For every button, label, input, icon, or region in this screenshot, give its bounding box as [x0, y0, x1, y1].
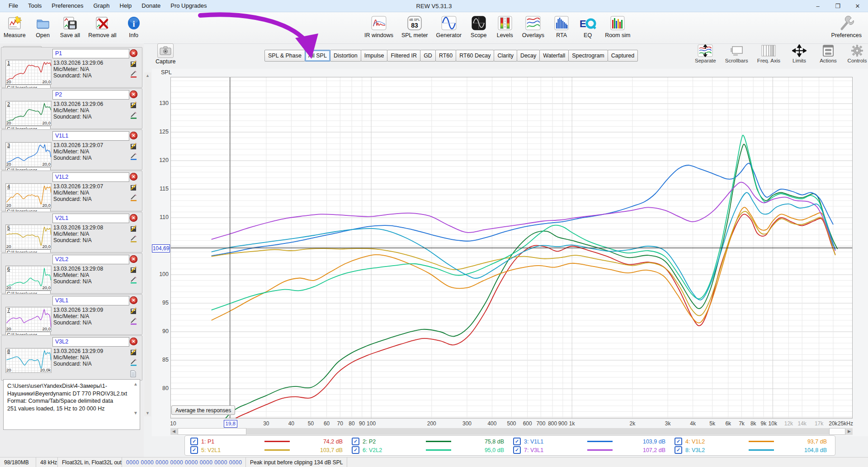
sidebar-scrollbar[interactable]: ▲ ▼ [144, 72, 151, 416]
scroll-down-icon[interactable]: ▼ [144, 411, 151, 415]
ir-windows-button[interactable]: IR windows [364, 14, 393, 38]
trace-color-pencil-icon[interactable] [130, 194, 137, 201]
save-measurement-icon[interactable] [130, 183, 137, 191]
scope-button[interactable]: Scope [470, 14, 488, 38]
measurement-name-input[interactable] [52, 214, 129, 223]
rta-button[interactable]: RTA [552, 14, 571, 38]
measurement-card-p2[interactable]: ✕13.03.2026 13:29:06Mic/Meter: N/ASoundc… [1, 88, 142, 129]
measurement-thumbnail[interactable]: 62020,0 [5, 266, 52, 291]
delete-measurement-icon[interactable]: ✕ [130, 214, 137, 222]
levels-button[interactable]: 0369Levels [496, 14, 514, 38]
separate-button[interactable]: Separate [695, 44, 716, 63]
delete-measurement-icon[interactable]: ✕ [130, 338, 137, 345]
trace-color-pencil-icon[interactable] [130, 358, 137, 366]
menu-file[interactable]: File [4, 0, 23, 12]
scroll-up-icon[interactable]: ▲ [144, 73, 151, 78]
legend-checkbox[interactable]: ✓ [190, 438, 198, 445]
tab-filtered-ir[interactable]: Filtered IR [387, 50, 420, 62]
measurement-card-v2l1[interactable]: ✕13.03.2026 13:29:08Mic/Meter: N/ASoundc… [1, 212, 142, 253]
measurement-thumbnail[interactable]: 32020,0 [5, 142, 52, 167]
delete-measurement-icon[interactable]: ✕ [130, 132, 137, 139]
scrollbar-thumb[interactable] [178, 428, 246, 435]
measurement-name-input[interactable] [52, 255, 129, 264]
save-measurement-icon[interactable] [130, 101, 137, 109]
info-button[interactable]: iInfo [125, 14, 143, 38]
spl-chart[interactable] [170, 77, 853, 419]
close-button[interactable]: ✕ [854, 3, 862, 10]
tab-rt60[interactable]: RT60 [435, 50, 456, 62]
tab-rt60-decay[interactable]: RT60 Decay [456, 50, 494, 62]
menu-donate[interactable]: Donate [137, 0, 165, 12]
legend-checkbox[interactable]: ✓ [675, 446, 682, 454]
measurement-thumbnail[interactable]: 22020,0 [5, 101, 52, 126]
menu-help[interactable]: Help [115, 0, 137, 12]
chart-horizontal-scrollbar[interactable]: ◀ ▶ [170, 428, 853, 435]
controls-button[interactable]: Controls [847, 44, 867, 63]
delete-measurement-icon[interactable]: ✕ [130, 296, 137, 304]
average-responses-button[interactable]: Average the responses [171, 405, 235, 415]
legend-checkbox[interactable]: ✓ [352, 438, 359, 445]
delete-measurement-icon[interactable]: ✕ [130, 255, 137, 263]
trace-color-pencil-icon[interactable] [130, 70, 137, 78]
eq-button[interactable]: EEQ [579, 14, 597, 38]
measurement-thumbnail[interactable]: 12020,0 [5, 60, 52, 85]
save-measurement-icon[interactable] [130, 142, 137, 150]
tab-gd[interactable]: GD [420, 50, 436, 62]
tab-spectrogram[interactable]: Spectrogram [568, 50, 608, 62]
legend-checkbox[interactable]: ✓ [352, 446, 359, 454]
measurement-card-v2l2[interactable]: ✕13.03.2026 13:29:08Mic/Meter: N/ASoundc… [1, 253, 142, 294]
save-measurement-icon[interactable] [130, 348, 137, 356]
trace-color-pencil-icon[interactable] [130, 317, 137, 325]
trace-color-pencil-icon[interactable] [130, 152, 137, 160]
measurement-card-v3l1[interactable]: ✕13.03.2026 13:29:09Mic/Meter: N/ASoundc… [1, 294, 142, 335]
room-sim-button[interactable]: Room sim [605, 14, 630, 38]
menu-tools[interactable]: Tools [23, 0, 47, 12]
scroll-up-icon[interactable]: ▲ [133, 381, 138, 386]
scroll-right-icon[interactable]: ▶ [846, 428, 853, 435]
scrollbar-thumb[interactable] [829, 428, 845, 435]
tab-captured[interactable]: Captured [608, 50, 638, 62]
measurement-card-v1l1[interactable]: ✕13.03.2026 13:29:07Mic/Meter: N/ASoundc… [1, 129, 142, 170]
capture-button[interactable]: Capture [156, 43, 175, 65]
remove-all-button[interactable]: Remove all [88, 14, 117, 38]
freq-axis-button[interactable]: Freq. Axis [757, 44, 780, 63]
delete-measurement-icon[interactable]: ✕ [130, 91, 137, 98]
save-measurement-icon[interactable] [130, 224, 137, 232]
measurement-thumbnail[interactable]: 72020,0 [5, 307, 52, 332]
scroll-left-icon[interactable]: ◀ [170, 428, 177, 435]
measurement-card-p1[interactable]: ✕13.03.2026 13:29:06Mic/Meter: N/ASoundc… [1, 47, 142, 88]
delete-measurement-icon[interactable]: ✕ [130, 49, 137, 57]
open-button[interactable]: Open [34, 14, 52, 38]
menu-preferences[interactable]: Preferences [47, 0, 88, 12]
preferences-button[interactable]: Preferences [831, 14, 862, 38]
delete-measurement-icon[interactable]: ✕ [130, 173, 137, 181]
save-measurement-icon[interactable] [130, 307, 137, 315]
measurement-name-input[interactable] [52, 49, 129, 58]
scrollbars-button[interactable]: Scrollbars [725, 44, 748, 63]
save-measurement-icon[interactable] [130, 60, 137, 67]
scroll-down-icon[interactable]: ▼ [133, 410, 138, 415]
actions-button[interactable]: Actions [818, 44, 838, 63]
trace-color-pencil-icon[interactable] [130, 276, 137, 284]
measurement-card-v1l2[interactable]: ✕13.03.2026 13:29:07Mic/Meter: N/ASoundc… [1, 171, 142, 211]
legend-checkbox[interactable]: ✓ [190, 446, 198, 454]
menu-graph[interactable]: Graph [88, 0, 114, 12]
tab-waterfall[interactable]: Waterfall [539, 50, 569, 62]
measurement-name-input[interactable] [52, 337, 129, 347]
legend-checkbox[interactable]: ✓ [513, 438, 521, 445]
minimize-button[interactable]: – [814, 3, 822, 10]
measurement-name-input[interactable] [52, 172, 129, 182]
tab-impulse[interactable]: Impulse [361, 50, 388, 62]
overlays-button[interactable]: Overlays [522, 14, 544, 38]
generator-button[interactable]: Generator [436, 14, 462, 38]
tab-decay[interactable]: Decay [517, 50, 540, 62]
spl-meter-button[interactable]: dB SPL83SPL meter [401, 14, 428, 38]
measurement-card-v3l2[interactable]: ✕13.03.2026 13:29:09Mic/Meter: N/ASoundc… [1, 335, 142, 381]
measurement-thumbnail[interactable]: 82020,0k [5, 348, 52, 373]
tab-clarity[interactable]: Clarity [494, 50, 517, 62]
measurement-thumbnail[interactable]: 42020,0 [5, 183, 52, 208]
menu-pro-upgrades[interactable]: Pro Upgrades [165, 0, 212, 12]
legend-checkbox[interactable]: ✓ [513, 446, 521, 454]
measurement-name-input[interactable] [52, 90, 129, 100]
save-measurement-icon[interactable] [130, 266, 137, 273]
